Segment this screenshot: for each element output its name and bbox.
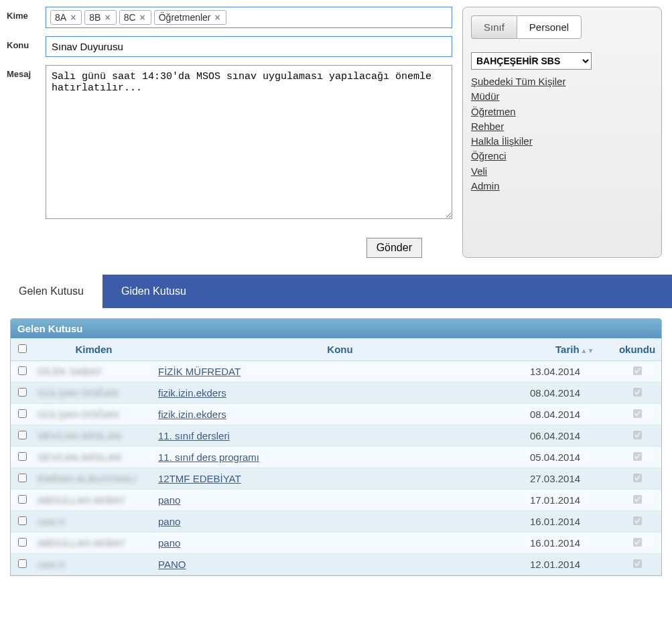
tab-sinif[interactable]: Sınıf [471, 15, 517, 39]
subject-input[interactable] [46, 36, 452, 57]
sender-name: SEVCAN ARSLAN [38, 430, 121, 441]
date-cell: 06.04.2014 [526, 425, 613, 447]
role-link[interactable]: Öğrenci [471, 149, 653, 163]
date-cell: 17.01.2014 [526, 490, 613, 511]
remove-tag-icon[interactable]: × [139, 12, 147, 23]
recipient-input[interactable]: 8A×8B×8C×Öğretmenler× [46, 7, 452, 28]
read-checkbox [633, 538, 642, 547]
read-checkbox [633, 409, 642, 418]
select-all-checkbox[interactable] [18, 344, 27, 353]
subject-link[interactable]: pano [158, 516, 180, 527]
read-checkbox [633, 366, 642, 375]
table-row: ABDULLAH AKBAYpano16.01.2014 [11, 533, 661, 554]
subject-link[interactable]: PANO [158, 559, 186, 570]
col-date-header[interactable]: Tarih▲▼ [526, 338, 613, 361]
row-checkbox[interactable] [18, 409, 27, 418]
row-checkbox[interactable] [18, 366, 27, 375]
read-checkbox [633, 388, 642, 397]
sender-name: user.tr [38, 559, 66, 570]
date-cell: 13.04.2014 [526, 361, 613, 382]
mailbox-tabs: Gelen Kutusu Giden Kutusu [0, 275, 672, 308]
mesaj-label: Mesaj [7, 65, 46, 79]
inbox-table: Kimden Konu Tarih▲▼ okundu DİLEK SABAYFİ… [11, 338, 661, 575]
recipient-tag-label: Öğretmenler [159, 12, 211, 23]
table-row: SEVCAN ARSLAN11. sınıf ders programı05.0… [11, 447, 661, 468]
sender-name: ABDULLAH AKBAY [38, 494, 125, 506]
read-checkbox [633, 474, 642, 482]
col-checkbox-header [11, 338, 33, 361]
read-checkbox [633, 559, 642, 568]
table-row: EMRAH ALBUSTANLI12TMF EDEBİYAT27.03.2014 [11, 468, 661, 490]
subject-link[interactable]: FİZİK MÜFREDAT [158, 366, 241, 377]
school-select[interactable]: BAHÇEŞEHİR SBS [471, 52, 592, 70]
date-cell: 12.01.2014 [526, 554, 613, 575]
subject-link[interactable]: fizik.izin.ekders [158, 409, 226, 420]
row-checkbox[interactable] [18, 452, 27, 461]
recipient-tag: 8B× [84, 10, 116, 25]
subject-link[interactable]: pano [158, 537, 180, 549]
subject-link[interactable]: 11. sınıf dersleri [158, 430, 230, 441]
sidebar-panel: Sınıf Personel BAHÇEŞEHİR SBS Şubedeki T… [462, 7, 662, 258]
remove-tag-icon[interactable]: × [214, 12, 222, 23]
row-checkbox[interactable] [18, 538, 27, 547]
table-row: SEVCAN ARSLAN11. sınıf dersleri06.04.201… [11, 425, 661, 447]
subject-link[interactable]: fizik.izin.ekders [158, 387, 226, 399]
row-checkbox[interactable] [18, 495, 27, 504]
row-checkbox[interactable] [18, 474, 27, 482]
recipient-tag: 8C× [119, 10, 151, 25]
role-link[interactable]: Admin [471, 180, 653, 193]
table-row: ABDULLAH AKBAYpano17.01.2014 [11, 490, 661, 511]
role-link[interactable]: Şubedeki Tüm Kişiler [471, 75, 653, 88]
sender-name: SEVCAN ARSLAN [38, 451, 121, 463]
date-cell: 27.03.2014 [526, 468, 613, 490]
table-row: DİLEK SABAYFİZİK MÜFREDAT13.04.2014 [11, 361, 661, 382]
read-checkbox [633, 516, 642, 525]
role-link[interactable]: Halkla İlişkiler [471, 135, 653, 148]
col-from-header[interactable]: Kimden [33, 338, 154, 361]
inbox-title: Gelen Kutusu [11, 319, 661, 338]
read-checkbox [633, 452, 642, 461]
tab-personel[interactable]: Personel [517, 15, 582, 39]
table-row: GÜLŞAH DOĞANfizik.izin.ekders08.04.2014 [11, 382, 661, 404]
sort-icon: ▲▼ [581, 347, 594, 354]
row-checkbox[interactable] [18, 388, 27, 397]
read-checkbox [633, 431, 642, 439]
subject-link[interactable]: 12TMF EDEBİYAT [158, 473, 241, 484]
recipient-tag-label: 8C [124, 12, 136, 23]
col-subject-header[interactable]: Konu [154, 338, 526, 361]
recipient-tag-label: 8A [55, 12, 66, 23]
recipient-tag-label: 8B [89, 12, 100, 23]
subject-link[interactable]: 11. sınıf ders programı [158, 451, 259, 463]
role-link[interactable]: Öğretmen [471, 105, 653, 119]
sender-name: GÜLŞAH DOĞAN [38, 409, 119, 420]
sender-name: DİLEK SABAY [38, 366, 102, 377]
role-link[interactable]: Veli [471, 165, 653, 178]
row-checkbox[interactable] [18, 516, 27, 525]
read-checkbox [633, 495, 642, 504]
sender-name: EMRAH ALBUSTANLI [38, 473, 137, 484]
send-button[interactable]: Gönder [366, 238, 422, 258]
row-checkbox[interactable] [18, 559, 27, 568]
kime-label: Kime [7, 7, 46, 21]
sender-name: GÜLŞAH DOĞAN [38, 387, 119, 399]
date-cell: 16.01.2014 [526, 533, 613, 554]
recipient-tag: 8A× [50, 10, 82, 25]
remove-tag-icon[interactable]: × [103, 12, 111, 23]
message-textarea[interactable] [46, 65, 452, 219]
row-checkbox[interactable] [18, 431, 27, 439]
date-cell: 16.01.2014 [526, 511, 613, 533]
recipient-tag: Öğretmenler× [154, 10, 226, 25]
col-read-header[interactable]: okundu [613, 338, 661, 361]
table-row: GÜLŞAH DOĞANfizik.izin.ekders08.04.2014 [11, 404, 661, 425]
sender-name: ABDULLAH AKBAY [38, 537, 125, 549]
tab-gelen-kutusu[interactable]: Gelen Kutusu [0, 275, 103, 308]
role-link[interactable]: Rehber [471, 120, 653, 133]
subject-link[interactable]: pano [158, 494, 180, 506]
table-row: user.trpano16.01.2014 [11, 511, 661, 533]
role-link[interactable]: Müdür [471, 90, 653, 103]
remove-tag-icon[interactable]: × [69, 12, 77, 23]
konu-label: Konu [7, 36, 46, 50]
date-cell: 08.04.2014 [526, 404, 613, 425]
date-cell: 08.04.2014 [526, 382, 613, 404]
tab-giden-kutusu[interactable]: Giden Kutusu [103, 275, 205, 308]
